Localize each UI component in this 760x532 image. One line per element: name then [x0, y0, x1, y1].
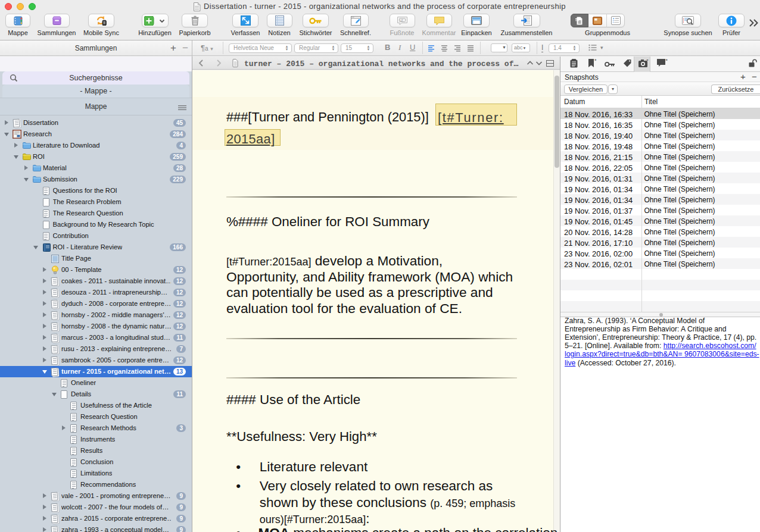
svg-text:*: * [646, 60, 649, 64]
svg-text:cf: cf [400, 18, 403, 21]
svg-text:*: * [594, 59, 597, 64]
svg-text:*: * [666, 59, 668, 64]
